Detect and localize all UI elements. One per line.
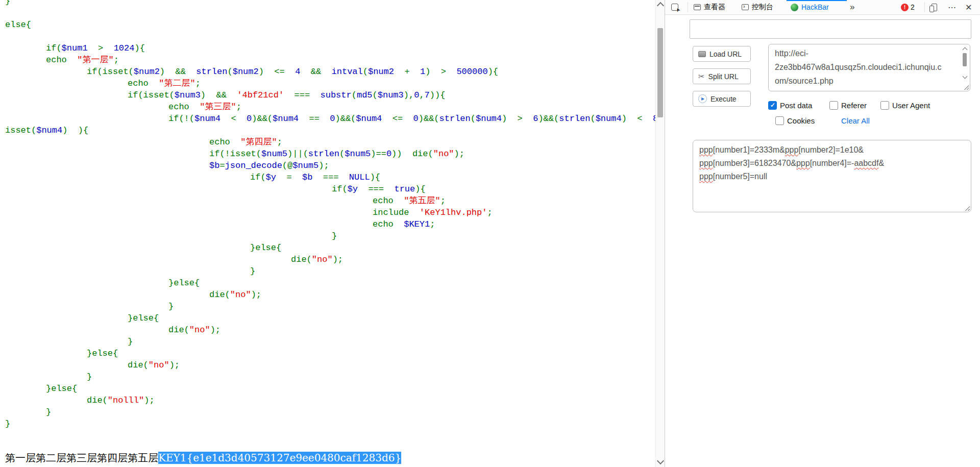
hackbar-globe-icon — [791, 4, 798, 11]
more-tabs-button[interactable]: » — [850, 0, 854, 14]
code-line: } — [87, 371, 92, 383]
cookies-label: Cookies — [787, 116, 815, 125]
play-icon — [698, 94, 707, 103]
post-data-option: Post data — [768, 101, 812, 110]
post-data-line: ppp[number3]=61823470&ppp[number4]=-aabc… — [699, 157, 962, 170]
post-data-line: ppp[number1]=2333m&ppp[number2]=1e10& — [699, 143, 962, 157]
meatball-menu-button[interactable]: ⋯ — [948, 0, 956, 14]
scrollbar-thumb[interactable] — [657, 28, 663, 117]
code-line: if($y === true){ — [332, 183, 426, 195]
pick-element-button[interactable] — [671, 0, 678, 14]
code-line: if(!isset($num5)||(strlen($num5)==0)) di… — [209, 148, 464, 160]
url-line: http://eci- — [775, 46, 959, 60]
code-line: }else{ — [168, 277, 200, 289]
responsive-mode-button[interactable] — [932, 0, 937, 14]
post-data-text: ppp[number1]=2333m&ppp[number2]=1e10&ppp… — [699, 143, 962, 183]
code-line: } — [5, 0, 10, 7]
cookies-checkbox[interactable] — [775, 116, 784, 125]
tab-hackbar[interactable]: HackBar — [791, 0, 829, 14]
code-line: } — [168, 301, 174, 312]
code-line: if($num1 > 1024){ — [46, 42, 145, 54]
code-line: echo "第二层"; — [128, 78, 201, 89]
code-line: } — [128, 336, 133, 348]
referer-option: Referer — [829, 101, 867, 110]
responsive-mode-icon — [932, 4, 937, 11]
code-line: echo "第一层"; — [46, 54, 119, 66]
code-line: $b=json_decode(@$num5); — [209, 160, 329, 171]
post-data-label: Post data — [780, 101, 812, 110]
code-line: if(!($num4 < 0)&&($num4 == 0)&&($num4 <=… — [168, 113, 655, 125]
load-url-label: Load URL — [709, 50, 742, 58]
url-resize-grip[interactable] — [963, 84, 969, 90]
code-line: echo "第四层"; — [209, 136, 282, 148]
code-line: if(isset($num2) && strlen($num2) <= 4 &&… — [87, 66, 498, 78]
page-scrollbar[interactable] — [655, 0, 665, 467]
code-line: die("no"); — [128, 359, 180, 371]
url-line: om/source1.php — [775, 74, 959, 88]
url-scroll-up-icon[interactable] — [963, 47, 968, 53]
split-url-button[interactable]: ✂ Split URL — [693, 68, 751, 84]
user-agent-option: User Agent — [880, 101, 930, 110]
inspector-icon — [694, 4, 701, 10]
code-line: } — [46, 406, 51, 418]
console-icon — [742, 4, 749, 10]
pick-element-icon — [671, 4, 678, 11]
post-data-resize-grip[interactable] — [964, 205, 970, 211]
user-agent-checkbox[interactable] — [880, 101, 889, 110]
tab-console[interactable]: 控制台 — [742, 0, 773, 14]
scissors-icon: ✂ — [698, 72, 705, 80]
hackbar-tab-label: HackBar — [801, 3, 829, 11]
echo-output-line: 第一层第二层第三层第四层第五层KEY1{e1e1d3d40573127e9ee0… — [5, 451, 401, 464]
code-line: else{ — [5, 19, 31, 31]
url-text: http://eci-2ze3bb467w8a1qusqz5n.cloudeci… — [775, 46, 959, 88]
code-line: if($y = $b === NULL){ — [250, 171, 380, 183]
code-line: die("no"); — [168, 324, 220, 336]
url-line: 2ze3bb467w8a1qusqz5n.cloudeci1.ichunqiu.… — [775, 60, 959, 74]
code-line: if(isset($num3) && '4bf21cd' === substr(… — [128, 89, 445, 101]
referer-checkbox[interactable] — [829, 101, 838, 110]
code-line: echo "第五层"; — [373, 195, 446, 207]
console-tab-label: 控制台 — [752, 3, 773, 12]
php-source-pane: }else{if($num1 > 1024){echo "第一层";if(iss… — [0, 0, 655, 467]
url-scroll-thumb[interactable] — [963, 53, 967, 66]
code-line: }else{ — [250, 242, 281, 254]
inspector-tab-label: 查看器 — [704, 3, 725, 12]
code-line: }else{ — [46, 383, 77, 395]
code-line: include 'KeY1lhv.php'; — [373, 207, 493, 218]
code-line: }else{ — [128, 312, 159, 324]
post-data-checkbox[interactable] — [768, 101, 777, 110]
post-data-line: ppp[number5]=null — [699, 170, 962, 183]
devtools-panel: 查看器 控制台 HackBar » ! 2 ⋯ ✕ Load URL ✂ Spl… — [665, 0, 980, 467]
code-line: }else{ — [87, 348, 118, 359]
url-textarea[interactable]: http://eci-2ze3bb467w8a1qusqz5n.cloudeci… — [768, 44, 970, 91]
scroll-down-arrow-icon[interactable] — [657, 457, 664, 464]
post-data-textarea[interactable]: ppp[number1]=2333m&ppp[number2]=1e10&ppp… — [693, 140, 971, 212]
selected-flag-text[interactable]: KEY1{e1e1d3d40573127e9ee0480caf1283d6} — [158, 452, 401, 464]
referer-label: Referer — [841, 101, 867, 110]
code-line: echo $KEY1; — [373, 218, 435, 230]
scroll-up-arrow-icon[interactable] — [657, 2, 664, 9]
url-scroll-down-icon[interactable] — [963, 74, 968, 79]
code-line: } — [332, 230, 337, 242]
code-line: echo "第三层"; — [168, 101, 241, 113]
url-scrollbar[interactable] — [962, 46, 969, 82]
code-line: die("nolll"); — [87, 395, 155, 406]
load-url-icon — [698, 51, 706, 57]
code-line: die("no"); — [209, 289, 261, 301]
close-devtools-button[interactable]: ✕ — [965, 0, 972, 14]
output-plain-text: 第一层第二层第三层第四层第五层 — [5, 452, 158, 464]
split-url-label: Split URL — [708, 72, 739, 81]
error-count: 2 — [911, 3, 915, 11]
clear-all-link[interactable]: Clear All — [841, 116, 870, 125]
execute-label: Execute — [710, 95, 737, 103]
clear-all-container: Clear All — [841, 116, 870, 125]
hackbar-top-strip — [690, 19, 971, 39]
error-icon: ! — [901, 4, 909, 11]
user-agent-label: User Agent — [892, 101, 930, 110]
execute-button[interactable]: Execute — [693, 91, 751, 107]
code-line: } — [5, 418, 10, 430]
error-badge[interactable]: ! 2 — [901, 0, 915, 14]
tab-inspector[interactable]: 查看器 — [694, 0, 725, 14]
load-url-button[interactable]: Load URL — [693, 46, 751, 62]
code-line: die("no"); — [291, 254, 343, 265]
